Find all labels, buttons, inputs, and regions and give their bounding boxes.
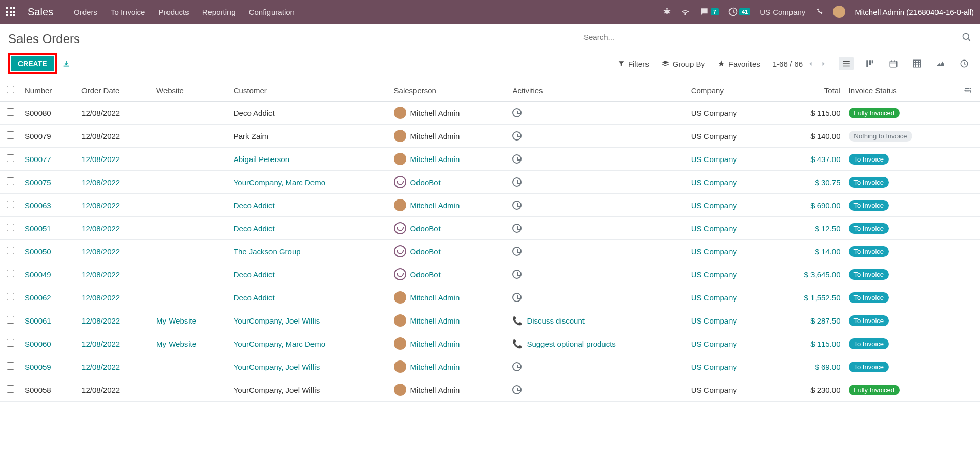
- row-checkbox[interactable]: [7, 131, 14, 139]
- pager-prev-icon[interactable]: [808, 60, 814, 67]
- cell-customer[interactable]: YourCompany, Joel Willis: [234, 316, 320, 325]
- tools-icon[interactable]: [815, 7, 824, 16]
- cell-company[interactable]: US Company: [691, 247, 737, 256]
- cell-number[interactable]: S00059: [25, 363, 51, 371]
- col-options-icon[interactable]: [960, 79, 980, 102]
- row-checkbox[interactable]: [7, 362, 14, 370]
- cell-customer[interactable]: The Jackson Group: [234, 247, 301, 256]
- col-order-date[interactable]: Order Date: [77, 79, 152, 102]
- table-row[interactable]: S00079 12/08/2022 Park Zaim Mitchell Adm…: [0, 125, 980, 148]
- cell-company[interactable]: US Company: [691, 316, 737, 325]
- cell-salesperson[interactable]: OdooBot: [410, 270, 441, 279]
- cell-company[interactable]: US Company: [691, 132, 737, 141]
- cell-company[interactable]: US Company: [691, 270, 737, 279]
- table-scroll[interactable]: Number Order Date Website Customer Sales…: [0, 79, 980, 461]
- pager-text[interactable]: 1-66 / 66: [773, 59, 803, 68]
- cell-number[interactable]: S00079: [25, 132, 51, 141]
- table-row[interactable]: S00060 12/08/2022 My Website YourCompany…: [0, 332, 980, 355]
- nav-reporting[interactable]: Reporting: [202, 8, 236, 16]
- view-activity-icon[interactable]: [956, 57, 972, 70]
- cell-customer[interactable]: Deco Addict: [234, 201, 275, 210]
- col-website[interactable]: Website: [152, 79, 230, 102]
- table-row[interactable]: S00049 12/08/2022 Deco Addict OdooBot US…: [0, 263, 980, 286]
- row-checkbox[interactable]: [7, 339, 14, 347]
- view-kanban-icon[interactable]: [862, 57, 878, 70]
- activity-text[interactable]: Suggest optional products: [527, 339, 615, 348]
- cell-customer[interactable]: YourCompany, Joel Willis: [234, 363, 320, 371]
- table-row[interactable]: S00061 12/08/2022 My Website YourCompany…: [0, 309, 980, 332]
- row-checkbox[interactable]: [7, 316, 14, 324]
- cell-company[interactable]: US Company: [691, 109, 737, 117]
- table-row[interactable]: S00075 12/08/2022 YourCompany, Marc Demo…: [0, 171, 980, 194]
- col-activities[interactable]: Activities: [508, 79, 686, 102]
- clock-icon[interactable]: [512, 201, 522, 210]
- cell-customer[interactable]: Deco Addict: [234, 270, 275, 279]
- import-icon[interactable]: [62, 59, 70, 68]
- cell-company[interactable]: US Company: [691, 386, 737, 394]
- row-checkbox[interactable]: [7, 201, 14, 208]
- user-avatar[interactable]: [833, 6, 845, 18]
- row-checkbox[interactable]: [7, 247, 14, 254]
- cell-number[interactable]: S00050: [25, 247, 51, 256]
- clock-icon[interactable]: [512, 385, 522, 394]
- view-graph-icon[interactable]: [933, 57, 948, 70]
- cell-salesperson[interactable]: Mitchell Admin: [410, 386, 460, 394]
- cell-salesperson[interactable]: Mitchell Admin: [410, 316, 460, 325]
- view-calendar-icon[interactable]: [886, 57, 901, 70]
- col-invoice-status[interactable]: Invoice Status: [845, 79, 960, 102]
- pager-next-icon[interactable]: [820, 60, 826, 67]
- clock-icon[interactable]: [512, 293, 522, 302]
- bug-icon[interactable]: [662, 7, 672, 16]
- favorites-button[interactable]: Favorites: [717, 59, 760, 68]
- cell-salesperson[interactable]: Mitchell Admin: [410, 132, 460, 141]
- app-brand[interactable]: Sales: [28, 6, 53, 18]
- activity-text[interactable]: Discuss discount: [527, 316, 585, 325]
- view-list-icon[interactable]: [839, 57, 854, 70]
- cell-customer[interactable]: YourCompany, Marc Demo: [234, 339, 325, 348]
- col-company[interactable]: Company: [687, 79, 774, 102]
- cell-customer[interactable]: Abigail Peterson: [234, 155, 289, 164]
- clock-icon[interactable]: [512, 362, 522, 371]
- col-customer[interactable]: Customer: [230, 79, 390, 102]
- clock-icon[interactable]: [512, 270, 522, 279]
- table-row[interactable]: S00063 12/08/2022 Deco Addict Mitchell A…: [0, 194, 980, 217]
- cell-number[interactable]: S00080: [25, 109, 51, 117]
- cell-salesperson[interactable]: Mitchell Admin: [410, 109, 460, 117]
- cell-customer[interactable]: Deco Addict: [234, 224, 275, 233]
- cell-customer[interactable]: Park Zaim: [234, 132, 268, 141]
- nav-orders[interactable]: Orders: [74, 8, 97, 16]
- col-salesperson[interactable]: Salesperson: [390, 79, 509, 102]
- cell-company[interactable]: US Company: [691, 155, 737, 164]
- cell-salesperson[interactable]: OdooBot: [410, 247, 441, 256]
- cell-customer[interactable]: Deco Addict: [234, 293, 275, 302]
- clock-icon[interactable]: [512, 177, 522, 187]
- create-button[interactable]: CREATE: [11, 56, 54, 71]
- phone-icon[interactable]: 📞: [512, 316, 523, 326]
- cell-company[interactable]: US Company: [691, 201, 737, 210]
- select-all-checkbox[interactable]: [7, 86, 14, 93]
- cell-number[interactable]: S00061: [25, 316, 51, 325]
- filters-button[interactable]: Filters: [618, 59, 649, 68]
- cell-company[interactable]: US Company: [691, 293, 737, 302]
- table-row[interactable]: S00080 12/08/2022 Deco Addict Mitchell A…: [0, 102, 980, 125]
- clock-icon[interactable]: [512, 224, 522, 233]
- row-checkbox[interactable]: [7, 270, 14, 277]
- table-row[interactable]: S00050 12/08/2022 The Jackson Group Odoo…: [0, 240, 980, 263]
- nav-products[interactable]: Products: [158, 8, 189, 16]
- company-selector[interactable]: US Company: [760, 8, 805, 16]
- col-number[interactable]: Number: [20, 79, 77, 102]
- cell-number[interactable]: S00077: [25, 155, 51, 164]
- cell-customer[interactable]: Deco Addict: [234, 109, 275, 117]
- cell-salesperson[interactable]: Mitchell Admin: [410, 201, 460, 210]
- groupby-button[interactable]: Group By: [661, 59, 705, 68]
- clock-icon[interactable]: [512, 154, 522, 164]
- row-checkbox[interactable]: [7, 108, 14, 116]
- cell-company[interactable]: US Company: [691, 363, 737, 371]
- cell-company[interactable]: US Company: [691, 224, 737, 233]
- cell-customer[interactable]: YourCompany, Marc Demo: [234, 178, 325, 187]
- cell-salesperson[interactable]: OdooBot: [410, 224, 441, 233]
- row-checkbox[interactable]: [7, 224, 14, 231]
- cell-salesperson[interactable]: Mitchell Admin: [410, 293, 460, 302]
- activities-icon[interactable]: 41: [728, 7, 750, 17]
- user-name[interactable]: Mitchell Admin (21680404-16-0-all): [854, 8, 974, 16]
